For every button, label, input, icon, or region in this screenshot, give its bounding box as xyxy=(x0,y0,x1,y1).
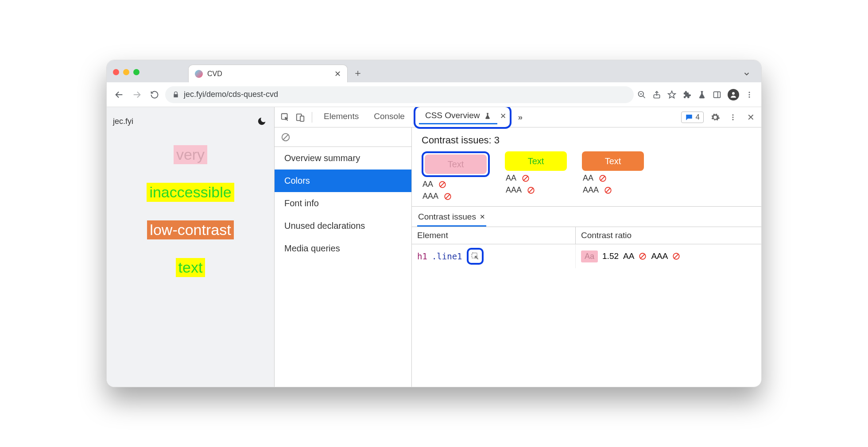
tab-strip: CVD ✕ ＋ xyxy=(107,60,761,82)
sample-badge: Aa xyxy=(581,250,598,262)
settings-gear-icon[interactable] xyxy=(709,111,721,123)
clear-icon[interactable] xyxy=(281,132,291,142)
overflow-menu-icon[interactable] xyxy=(745,91,753,99)
fail-icon xyxy=(639,252,647,260)
sidebar-item-unused[interactable]: Unused declarations xyxy=(275,215,411,237)
device-toggle-icon[interactable] xyxy=(294,111,306,123)
rendered-page: jec.fyi very inaccessible low-contrast t… xyxy=(107,107,274,387)
new-tab-button[interactable]: ＋ xyxy=(351,66,364,80)
svg-line-28 xyxy=(529,188,534,193)
fail-icon xyxy=(522,174,530,182)
page-header: jec.fyi xyxy=(113,115,268,127)
fail-icon xyxy=(599,174,607,182)
th-element: Element xyxy=(412,227,576,244)
flask-icon xyxy=(484,112,491,119)
contrast-card-1[interactable]: Text AA AAA xyxy=(422,151,490,201)
share-icon[interactable] xyxy=(652,90,661,99)
svg-point-17 xyxy=(732,116,734,118)
svg-rect-15 xyxy=(300,116,304,121)
close-subtab-button[interactable]: ✕ xyxy=(480,213,485,221)
close-window-button[interactable] xyxy=(113,69,119,75)
messages-count: 4 xyxy=(696,113,700,122)
contrast-issues-heading: Contrast issues: 3 xyxy=(412,127,761,150)
messages-chip[interactable]: 4 xyxy=(681,112,704,123)
issues-table-header: Element Contrast ratio xyxy=(412,227,761,244)
lock-icon xyxy=(172,91,179,98)
more-tabs-icon[interactable]: » xyxy=(514,111,527,123)
extensions-icon[interactable] xyxy=(682,90,691,99)
tab-elements[interactable]: Elements xyxy=(318,109,365,126)
svg-point-18 xyxy=(732,119,734,120)
profile-avatar[interactable] xyxy=(728,89,739,100)
svg-line-26 xyxy=(523,176,528,181)
swatch-1: Text xyxy=(425,154,487,174)
swatch-3: Text xyxy=(582,151,644,171)
svg-line-24 xyxy=(446,194,450,199)
demo-word-1: very xyxy=(174,145,207,164)
svg-line-32 xyxy=(606,188,611,193)
devtools-tab-bar: Elements Console CSS Overview ✕ » 4 xyxy=(275,107,761,127)
window-controls xyxy=(113,69,140,75)
devtools-panel: Elements Console CSS Overview ✕ » 4 xyxy=(274,107,761,387)
demo-word-4: text xyxy=(176,258,205,277)
th-ratio: Contrast ratio xyxy=(576,227,761,244)
svg-rect-7 xyxy=(714,92,721,97)
tab-console[interactable]: Console xyxy=(368,109,411,126)
browser-toolbar: jec.fyi/demo/cds-quest-cvd xyxy=(107,82,761,107)
aaa-label: AAA xyxy=(506,185,522,195)
labs-flask-icon[interactable] xyxy=(698,90,706,99)
aaa-label: AAA xyxy=(583,185,599,195)
contrast-card-2[interactable]: Text AA AAA xyxy=(505,151,567,201)
fail-icon xyxy=(527,186,535,194)
ratio-value: 1.52 xyxy=(602,251,619,261)
aa-label: AA xyxy=(506,173,516,183)
demo-word-2: inaccessible xyxy=(147,183,234,202)
separator xyxy=(312,112,312,123)
minimize-window-button[interactable] xyxy=(123,69,129,75)
aaa-text: AAA xyxy=(651,251,668,261)
scroll-to-element-highlight xyxy=(467,248,484,265)
tab-css-overview[interactable]: CSS Overview xyxy=(419,108,497,124)
panel-icon[interactable] xyxy=(713,90,721,99)
sidebar-item-colors[interactable]: Colors xyxy=(275,170,411,192)
subtab-contrast-issues[interactable]: Contrast issues ✕ xyxy=(417,210,486,227)
contrast-card-1-highlight: Text xyxy=(422,151,490,177)
dark-mode-toggle[interactable] xyxy=(256,115,268,127)
close-tab-button[interactable]: ✕ xyxy=(334,69,341,79)
contrast-card-3[interactable]: Text AA AAA xyxy=(582,151,644,201)
tabs-dropdown-button[interactable] xyxy=(738,70,755,78)
zoom-icon[interactable] xyxy=(637,90,646,99)
css-overview-sidebar: Overview summary Colors Font info Unused… xyxy=(275,127,412,387)
browser-tab[interactable]: CVD ✕ xyxy=(188,65,348,82)
inspect-element-icon[interactable] xyxy=(279,111,291,123)
scroll-into-view-icon[interactable] xyxy=(471,252,480,261)
aa-label: AA xyxy=(422,180,433,189)
browser-window: CVD ✕ ＋ jec.fyi/demo/cds-quest-cvd xyxy=(106,60,762,387)
contrast-cards: Text AA AAA Text AA AAA Text AA xyxy=(412,150,761,206)
issues-table-row[interactable]: h1.line1 Aa 1.52 AA AAA xyxy=(412,244,761,268)
sidebar-item-media[interactable]: Media queries xyxy=(275,237,411,260)
kebab-menu-icon[interactable] xyxy=(727,111,739,123)
address-bar[interactable]: jec.fyi/demo/cds-quest-cvd xyxy=(165,86,634,103)
forward-button[interactable] xyxy=(130,88,144,102)
detail-subtabs: Contrast issues ✕ xyxy=(412,206,761,227)
maximize-window-button[interactable] xyxy=(133,69,140,75)
tab-css-overview-highlight: CSS Overview ✕ xyxy=(414,107,512,129)
subtab-label: Contrast issues xyxy=(418,212,476,222)
svg-line-30 xyxy=(601,176,605,181)
close-panel-button[interactable]: ✕ xyxy=(500,112,506,121)
aa-label: AA xyxy=(583,173,593,183)
svg-line-37 xyxy=(674,254,679,259)
sidebar-item-font[interactable]: Font info xyxy=(275,192,411,215)
svg-point-10 xyxy=(749,92,750,93)
main-area: jec.fyi very inaccessible low-contrast t… xyxy=(107,107,761,387)
sidebar-item-overview[interactable]: Overview summary xyxy=(275,147,411,170)
svg-line-20 xyxy=(283,134,289,140)
toolbar-icons xyxy=(637,89,756,100)
back-button[interactable] xyxy=(112,88,126,102)
close-devtools-button[interactable]: ✕ xyxy=(744,111,757,123)
message-icon xyxy=(685,113,693,121)
element-tag: h1 xyxy=(417,251,427,261)
bookmark-star-icon[interactable] xyxy=(667,90,676,99)
reload-button[interactable] xyxy=(147,88,162,102)
